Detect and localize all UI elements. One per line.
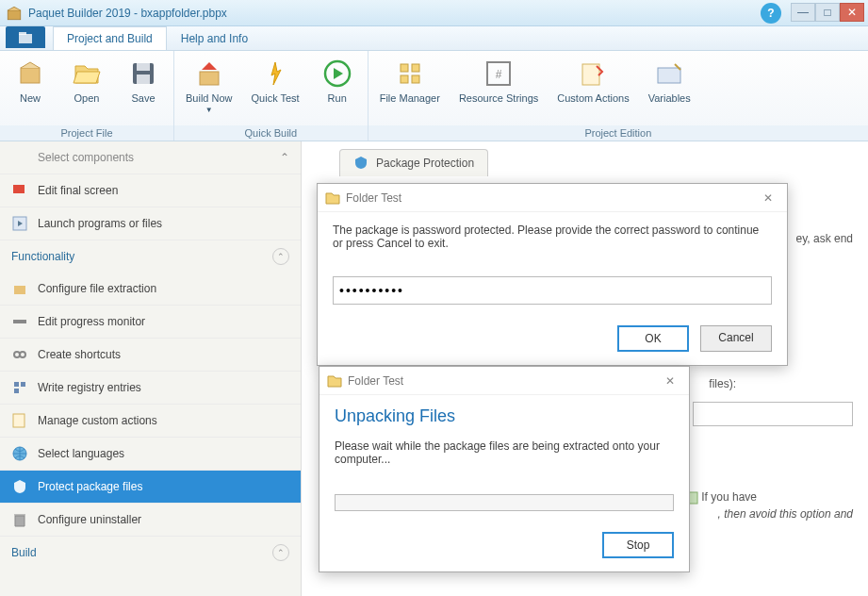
sidebar-item-registry[interactable]: Write registry entries [0, 372, 301, 405]
sidebar-item-shortcuts[interactable]: Create shortcuts [0, 339, 301, 372]
group-quick-build: Build Now▼ Quick Test Run Quick Build [174, 51, 368, 141]
dialog-password: Folder Test ✕ The package is password pr… [317, 183, 788, 366]
svg-rect-10 [412, 64, 419, 72]
svg-rect-18 [14, 286, 25, 294]
group-project-edition: File Manager #Resource Strings Custom Ac… [368, 51, 868, 141]
dialog-title: Folder Test [348, 374, 659, 388]
close-button[interactable]: ✕ [840, 3, 864, 22]
sidebar-item-languages[interactable]: Select languages [0, 438, 301, 471]
tab-package-protection[interactable]: Package Protection [339, 149, 488, 176]
svg-rect-0 [8, 10, 21, 20]
sidebar-item-launch[interactable]: Launch programs or files [0, 207, 301, 240]
file-manager-button[interactable]: File Manager [370, 55, 450, 122]
dialog-heading: Unpacking Files [335, 406, 674, 426]
svg-rect-12 [412, 75, 419, 83]
svg-rect-22 [14, 382, 19, 387]
svg-text:#: # [496, 68, 502, 81]
build-now-button[interactable]: Build Now▼ [176, 55, 242, 122]
open-button[interactable]: Open [58, 55, 115, 122]
shield-icon [353, 156, 368, 171]
app-icon [6, 5, 23, 22]
dialog-unpacking: Folder Test ✕ Unpacking Files Please wai… [319, 366, 690, 572]
new-button[interactable]: New [2, 55, 58, 122]
chevron-up-icon: ⌃ [272, 248, 289, 265]
svg-rect-1 [19, 34, 32, 43]
bg-text: , then avoid this option and [718, 507, 853, 521]
svg-rect-3 [21, 68, 40, 83]
title-bar: Paquet Builder 2019 - bxappfolder.pbpx ?… [0, 0, 868, 26]
ribbon: New Open Save Project File Build Now▼ Qu… [0, 51, 868, 141]
quick-test-button[interactable]: Quick Test [242, 55, 309, 122]
tab-project-build[interactable]: Project and Build [53, 26, 167, 50]
variables-button[interactable]: Variables [639, 55, 700, 122]
svg-rect-9 [401, 64, 408, 72]
run-button[interactable]: Run [309, 55, 366, 122]
window-title: Paquet Builder 2019 - bxappfolder.pbpx [28, 7, 862, 20]
svg-rect-7 [200, 72, 219, 85]
svg-rect-23 [21, 382, 25, 387]
sidebar-item-custom-actions[interactable]: Manage custom actions [0, 405, 301, 438]
password-input[interactable] [333, 276, 772, 305]
save-button[interactable]: Save [115, 55, 172, 122]
dialog-message: The package is password protected. Pleas… [333, 224, 772, 250]
group-label: Project Edition [368, 125, 868, 141]
svg-rect-25 [13, 414, 25, 427]
svg-rect-16 [658, 68, 680, 83]
group-label: Quick Build [174, 125, 368, 141]
svg-rect-24 [14, 389, 19, 393]
ok-button[interactable]: OK [617, 325, 689, 352]
close-icon[interactable]: ✕ [659, 372, 681, 390]
svg-rect-2 [19, 32, 26, 35]
bg-text: ey, ask end [796, 232, 853, 245]
svg-rect-11 [401, 75, 408, 83]
sidebar-item-uninstaller[interactable]: Configure uninstaller [0, 504, 301, 537]
maximize-button[interactable]: □ [815, 3, 840, 22]
stop-button[interactable]: Stop [602, 532, 674, 558]
progress-bar [335, 494, 674, 511]
sidebar-item-edit-final[interactable]: Edit final screen [0, 174, 301, 207]
close-icon[interactable]: ✕ [757, 189, 779, 207]
window-controls: — □ ✕ [791, 3, 864, 22]
resource-strings-button[interactable]: #Resource Strings [450, 55, 548, 122]
folder-icon [327, 373, 342, 389]
svg-rect-6 [137, 74, 150, 84]
chevron-up-icon: ⌃ [280, 151, 289, 164]
sidebar-item-file-extraction[interactable]: Configure file extraction [0, 273, 301, 306]
svg-rect-5 [137, 63, 150, 71]
dialog-titlebar: Folder Test ✕ [318, 184, 787, 212]
dialog-title: Folder Test [346, 191, 757, 205]
group-project-file: New Open Save Project File [0, 51, 174, 141]
file-tab[interactable] [6, 26, 45, 48]
sidebar-item-select-components[interactable]: Select components ⌃ [0, 141, 301, 174]
dialog-message: Please wait while the package files are … [335, 439, 674, 466]
sidebar-item-progress[interactable]: Edit progress monitor [0, 306, 301, 339]
chevron-up-icon: ⌃ [272, 544, 289, 561]
sidebar-item-protect[interactable]: Protect package files [0, 471, 301, 504]
folder-icon [325, 190, 340, 206]
svg-point-21 [20, 352, 25, 357]
custom-actions-button[interactable]: Custom Actions [548, 55, 638, 122]
sidebar-cat-build[interactable]: Build⌃ [0, 537, 301, 569]
tab-help-info[interactable]: Help and Info [167, 26, 262, 50]
minimize-button[interactable]: — [791, 3, 815, 22]
dialog-titlebar: Folder Test ✕ [319, 367, 689, 395]
svg-rect-19 [13, 320, 26, 323]
input-field[interactable] [693, 402, 853, 426]
sidebar: Select components ⌃ Edit final screen La… [0, 141, 302, 596]
ribbon-tabs: Project and Build Help and Info [0, 26, 868, 51]
bg-text: files): [709, 377, 736, 390]
dropdown-icon: ▼ [205, 106, 213, 114]
sidebar-cat-functionality[interactable]: Functionality⌃ [0, 240, 301, 273]
help-button[interactable]: ? [761, 3, 781, 24]
cancel-button[interactable]: Cancel [700, 325, 772, 352]
group-label: Project File [0, 125, 173, 141]
